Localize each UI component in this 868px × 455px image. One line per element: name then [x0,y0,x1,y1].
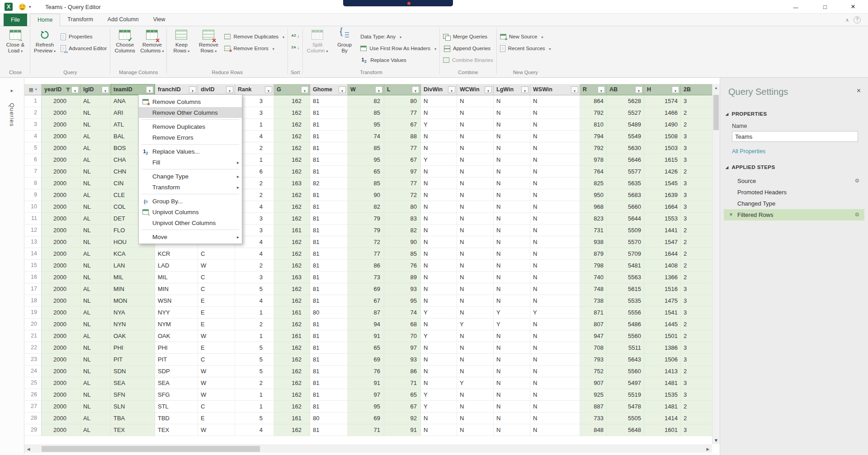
remove-errors-button[interactable]: Remove Errors [222,43,287,53]
tab-file[interactable]: File [4,14,27,26]
applied-step-source[interactable]: Source [724,175,864,187]
tab-view[interactable]: View [146,14,173,27]
row-number[interactable]: 24 [24,366,42,377]
menu-item-unpivot-columns[interactable]: Unpivot Columns [139,206,242,217]
use-first-row-as-headers-button[interactable]: Use First Row As Headers [358,43,439,53]
properties-button[interactable]: Properties [58,32,109,42]
column-header-wswin[interactable]: WSWin [530,84,580,95]
row-number[interactable]: 20 [24,319,42,330]
menu-item-remove-columns[interactable]: Remove Columns [139,96,242,107]
applied-step-filtered-rows[interactable]: Filtered Rows [724,209,864,220]
data-type-button[interactable]: Data Type: Any [358,32,439,42]
column-filter-button[interactable] [339,86,346,93]
append-queries-button[interactable]: Append Queries [441,43,495,53]
column-filter-button[interactable] [265,86,272,93]
menu-item-fill[interactable]: Fill [139,157,242,168]
row-number[interactable]: 22 [24,342,42,354]
scroll-up-icon[interactable] [712,84,720,92]
remove-duplicates-button[interactable]: Remove Duplicates [222,32,287,42]
column-filter-button[interactable] [71,86,79,93]
applied-steps-section-header[interactable]: APPLIED STEPS [726,164,775,170]
row-number[interactable]: 26 [24,389,42,401]
gear-icon[interactable] [854,175,861,187]
remove-rows-button[interactable]: RemoveRows [195,28,222,54]
row-number[interactable]: 8 [24,178,42,189]
column-header-wcwin[interactable]: WCWin [457,84,494,95]
maximize-button[interactable] [815,0,835,14]
row-number[interactable]: 5 [24,142,42,154]
close-window-button[interactable] [843,0,863,14]
row-number[interactable]: 15 [24,260,42,272]
tab-home[interactable]: Home [30,14,60,27]
merge-queries-button[interactable]: Merge Queries [441,32,495,42]
query-name-input[interactable] [732,131,858,142]
column-filter-button[interactable] [672,86,679,93]
group-by-button[interactable]: GroupBy [331,28,358,54]
properties-section-header[interactable]: PROPERTIES [726,111,767,117]
row-number[interactable]: 27 [24,401,42,413]
row-number[interactable]: 25 [24,377,42,389]
column-header-ghome[interactable]: Ghome [310,84,348,95]
row-number[interactable]: 3 [24,119,42,131]
column-header-ab[interactable]: AB [607,84,644,95]
keep-rows-button[interactable]: KeepRows [168,28,195,54]
menu-item-remove-other-columns[interactable]: Remove Other Columns [139,107,242,118]
column-filter-button[interactable] [598,86,605,93]
menu-item-change-type[interactable]: Change Type [139,171,242,182]
row-number[interactable]: 1 [24,95,42,107]
vertical-scrollbar[interactable] [712,84,720,444]
column-filter-button[interactable] [146,86,153,93]
column-header-divwin[interactable]: DivWin [421,84,457,95]
refresh-preview-button[interactable]: RefreshPreview [31,28,58,54]
column-filter-button[interactable] [226,86,233,93]
menu-item-transform[interactable]: Transform [139,182,242,192]
menu-item-move[interactable]: Move [139,231,242,242]
menu-item-group-by[interactable]: Group By... [139,196,242,206]
row-number[interactable]: 14 [24,248,42,260]
menu-item-replace-values[interactable]: Replace Values... [139,146,242,157]
minimize-button[interactable] [785,0,806,14]
column-header-w[interactable]: W [348,84,384,95]
close-and-load-button[interactable]: Close &Load [2,28,29,54]
close-panel-icon[interactable] [857,87,861,95]
row-number[interactable]: 12 [24,225,42,236]
feedback-smiley-icon[interactable] [19,4,26,10]
row-number[interactable]: 18 [24,295,42,307]
horizontal-scrollbar[interactable] [24,445,712,453]
column-filter-button[interactable] [375,86,382,93]
applied-step-changed-type[interactable]: Changed Type [724,198,864,209]
row-number[interactable]: 9 [24,189,42,201]
column-filter-button[interactable] [485,86,492,93]
help-icon[interactable] [854,16,861,23]
row-number[interactable]: 6 [24,154,42,166]
row-number[interactable]: 19 [24,307,42,319]
vertical-scrollbar-thumb[interactable] [713,95,719,130]
collapse-ribbon-icon[interactable] [845,17,849,23]
row-number[interactable]: 2 [24,107,42,119]
column-header-h[interactable]: H [644,84,681,95]
scroll-left-icon[interactable] [24,445,33,453]
quick-access-dropdown-icon[interactable] [29,5,31,9]
column-header-rank[interactable]: Rank [235,84,274,95]
row-number[interactable]: 28 [24,413,42,424]
row-number[interactable]: 10 [24,201,42,213]
column-header-teamid[interactable]: teamID [111,84,155,95]
column-filter-button[interactable] [571,86,578,93]
column-filter-button[interactable] [189,86,196,93]
tab-add-column[interactable]: Add Column [100,14,146,27]
menu-item-remove-duplicates[interactable]: Remove Duplicates [139,121,242,132]
column-filter-button[interactable] [102,86,109,93]
column-filter-button[interactable] [635,86,642,93]
column-header-yearid[interactable]: yearID [42,84,80,95]
row-number[interactable]: 11 [24,213,42,225]
row-number[interactable]: 21 [24,330,42,342]
row-number[interactable]: 17 [24,283,42,295]
grid-corner-menu[interactable] [24,84,42,95]
menu-item-remove-errors[interactable]: Remove Errors [139,132,242,143]
column-header-divid[interactable]: divID [198,84,235,95]
horizontal-scrollbar-thumb[interactable] [42,446,260,452]
expand-queries-icon[interactable] [11,88,14,94]
row-number[interactable]: 16 [24,272,42,283]
column-header-r[interactable]: R [580,84,607,95]
row-number[interactable]: 13 [24,236,42,248]
